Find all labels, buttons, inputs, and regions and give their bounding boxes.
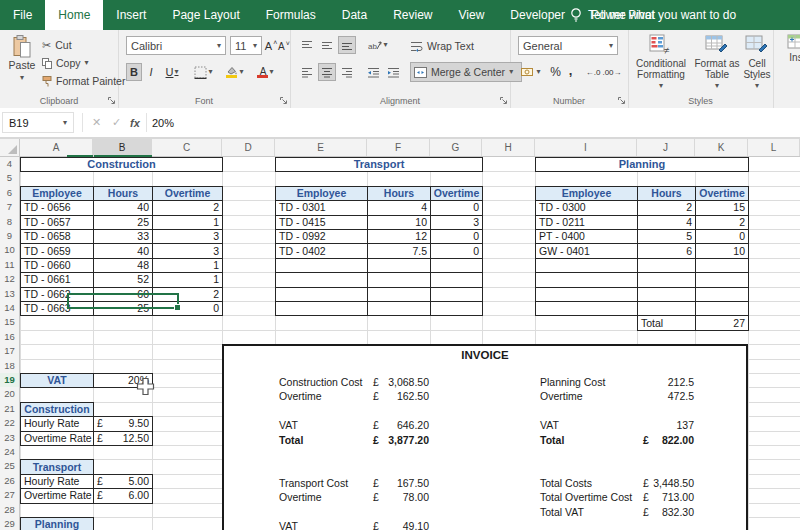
number-dialog-launcher[interactable] (617, 96, 626, 105)
column-header-E[interactable]: E (275, 139, 367, 156)
cell-C11[interactable]: 1 (152, 258, 223, 273)
row-header-11[interactable]: 11 (0, 258, 20, 273)
table-header-transport[interactable]: Overtime (430, 186, 483, 201)
table-header-construction[interactable]: Hours (93, 186, 153, 201)
column-header-G[interactable]: G (430, 139, 482, 156)
cell-A7[interactable]: TD - 0656 (20, 200, 94, 215)
cell-F9[interactable]: 12 (367, 229, 431, 244)
section-title-transport[interactable]: Transport (20, 459, 94, 474)
cell-F11[interactable] (367, 258, 431, 273)
section-title-construction[interactable]: Construction (20, 402, 94, 417)
format-as-table-button[interactable]: Format as Table ▾ (694, 34, 740, 100)
insert-function-button[interactable]: fx (130, 112, 140, 133)
cell-G11[interactable] (430, 258, 483, 273)
cell-E9[interactable]: TD - 0992 (275, 229, 368, 244)
section-title-planning[interactable]: Planning (20, 517, 94, 530)
top-align-button[interactable] (298, 36, 316, 54)
row-header-19[interactable]: 19 (0, 373, 20, 388)
table-header-construction[interactable]: Overtime (152, 186, 223, 201)
cell-E10[interactable]: TD - 0402 (275, 243, 368, 258)
bold-button[interactable]: B (126, 63, 142, 81)
enter-button[interactable]: ✓ (112, 112, 121, 133)
tab-developer[interactable]: Developer (497, 0, 578, 30)
cell-F10[interactable]: 7.5 (367, 243, 431, 258)
decrease-indent-button[interactable] (364, 63, 382, 81)
vat-label[interactable]: VAT (20, 373, 94, 388)
column-header-B[interactable]: B (93, 139, 152, 156)
cell-C8[interactable]: 1 (152, 215, 223, 230)
row-header-15[interactable]: 15 (0, 315, 20, 330)
cell-J14[interactable] (637, 301, 696, 316)
column-header-D[interactable]: D (222, 139, 275, 156)
cell-E8[interactable]: TD - 0415 (275, 215, 368, 230)
tab-formulas[interactable]: Formulas (253, 0, 329, 30)
cell-A12[interactable]: TD - 0661 (20, 272, 94, 287)
cell-K10[interactable]: 10 (695, 243, 749, 258)
select-all-corner[interactable] (0, 139, 20, 156)
cell-C7[interactable]: 2 (152, 200, 223, 215)
decrease-font-size-button[interactable]: A˅ (278, 37, 290, 55)
cell-J9[interactable]: 5 (637, 229, 696, 244)
paste-button[interactable]: Paste ▾ (4, 32, 40, 97)
row-header-9[interactable]: 9 (0, 229, 20, 244)
table-header-transport[interactable]: Hours (367, 186, 431, 201)
cell-C9[interactable]: 3 (152, 229, 223, 244)
cell-K13[interactable] (695, 287, 749, 302)
row-header-17[interactable]: 17 (0, 344, 20, 359)
selection-marquee[interactable] (67, 293, 179, 309)
cell-J10[interactable]: 6 (637, 243, 696, 258)
cell-B7[interactable]: 40 (93, 200, 153, 215)
align-left-button[interactable] (298, 63, 316, 81)
format-painter-button[interactable]: Format Painter (42, 73, 125, 89)
copy-button[interactable]: Copy ▾ (42, 55, 89, 71)
cell-E11[interactable] (275, 258, 368, 273)
increase-font-size-button[interactable]: A˄ (265, 37, 277, 55)
column-header-F[interactable]: F (367, 139, 430, 156)
decrease-decimal-button[interactable]: .00→ (603, 63, 621, 81)
cell-A10[interactable]: TD - 0659 (20, 243, 94, 258)
align-right-button[interactable] (338, 63, 356, 81)
wrap-text-button[interactable]: Wrap Text (410, 38, 474, 54)
cell-I10[interactable]: GW - 0401 (535, 243, 638, 258)
cell-F12[interactable] (367, 272, 431, 287)
rate-value[interactable]: £12.50 (93, 431, 153, 446)
cell-F8[interactable]: 10 (367, 215, 431, 230)
row-header-10[interactable]: 10 (0, 243, 20, 258)
tab-review[interactable]: Review (380, 0, 445, 30)
tab-insert[interactable]: Insert (103, 0, 159, 30)
cell-I12[interactable] (535, 272, 638, 287)
table-header-planning[interactable]: Overtime (695, 186, 749, 201)
row-header-6[interactable]: 6 (0, 186, 20, 201)
tell-me-box[interactable]: Tell me what you want to do (570, 0, 736, 30)
cell-I14[interactable] (535, 301, 638, 316)
row-header-14[interactable]: 14 (0, 301, 20, 316)
row-header-29[interactable]: 29 (0, 517, 20, 530)
tab-view[interactable]: View (446, 0, 498, 30)
cell-J13[interactable] (637, 287, 696, 302)
cell-I7[interactable]: TD - 0300 (535, 200, 638, 215)
cell-E13[interactable] (275, 287, 368, 302)
table-title-construction[interactable]: Construction (20, 157, 223, 172)
column-header-H[interactable]: H (482, 139, 535, 156)
planning-total-label[interactable]: Total (637, 315, 696, 330)
table-title-transport[interactable]: Transport (275, 157, 483, 172)
cell-B10[interactable]: 40 (93, 243, 153, 258)
row-header-13[interactable]: 13 (0, 287, 20, 302)
row-header-21[interactable]: 21 (0, 402, 20, 417)
row-header-8[interactable]: 8 (0, 215, 20, 230)
orientation-button[interactable]: ab ▾ (364, 36, 392, 54)
cell-B8[interactable]: 25 (93, 215, 153, 230)
row-header-26[interactable]: 26 (0, 474, 20, 489)
column-header-L[interactable]: L (748, 139, 800, 156)
increase-indent-button[interactable] (384, 63, 402, 81)
cell-K14[interactable] (695, 301, 749, 316)
table-header-planning[interactable]: Employee (535, 186, 638, 201)
cell-K8[interactable]: 2 (695, 215, 749, 230)
cell-J8[interactable]: 4 (637, 215, 696, 230)
cell-E7[interactable]: TD - 0301 (275, 200, 368, 215)
column-header-A[interactable]: A (20, 139, 93, 156)
cell-G7[interactable]: 0 (430, 200, 483, 215)
cell-E14[interactable] (275, 301, 368, 316)
cell-E12[interactable] (275, 272, 368, 287)
font-name-select[interactable]: Calibri ▾ (126, 36, 226, 55)
